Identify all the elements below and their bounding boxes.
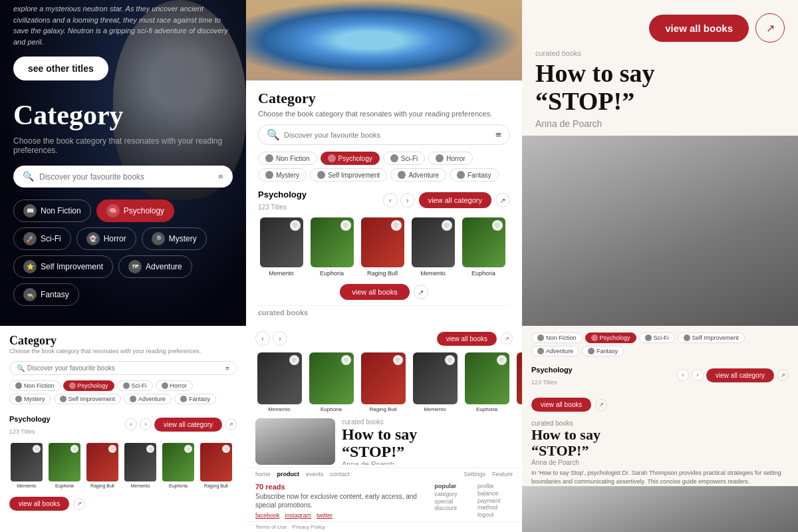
- bl-tag-psychology[interactable]: Psychology: [63, 380, 114, 391]
- br-next-arrow[interactable]: ›: [692, 369, 704, 381]
- br-view-all-external[interactable]: ↗: [595, 399, 607, 411]
- favorite-button[interactable]: ♡: [108, 445, 116, 453]
- tr-view-all-button[interactable]: view all books: [649, 15, 749, 42]
- genre-tag-mystery[interactable]: 🔎 Mystery: [142, 227, 207, 250]
- book-title: Euphoria: [583, 394, 602, 395]
- tc-tag-psychology[interactable]: Psychology: [321, 152, 380, 165]
- genre-tag-fantasy[interactable]: 🧙 Fantasy: [13, 283, 79, 306]
- br-tag-scifi[interactable]: Sci-Fi: [639, 332, 675, 343]
- tc-tag-horror[interactable]: Horror: [428, 152, 472, 165]
- bc-privacy-policy[interactable]: Privacy Policy: [292, 524, 325, 530]
- favorite-button[interactable]: ♡: [391, 220, 402, 231]
- br-external-icon[interactable]: ↗: [777, 369, 789, 381]
- filter-icon[interactable]: ≡: [218, 172, 223, 182]
- bc-prev-arrow[interactable]: ‹: [255, 331, 270, 346]
- tc-next-arrow[interactable]: ›: [400, 193, 415, 207]
- favorite-button[interactable]: ♡: [289, 355, 299, 365]
- eye-overlay: [246, 0, 522, 80]
- genre-tag-selfimprovement[interactable]: ⭐ Self Improvement: [13, 255, 113, 278]
- favorite-button[interactable]: ♡: [393, 355, 403, 365]
- bl-tag-horror[interactable]: Horror: [156, 380, 194, 391]
- bc-terms-of-use[interactable]: Terms of Use: [255, 524, 287, 530]
- bc-link-logout[interactable]: logout: [477, 511, 513, 518]
- bl-search-bar[interactable]: 🔍 ≡: [9, 361, 237, 375]
- bc-next-arrow[interactable]: ›: [273, 331, 287, 346]
- bl-view-all-external[interactable]: ↗: [73, 498, 85, 510]
- favorite-button[interactable]: ♡: [497, 355, 507, 365]
- bc-link-balance[interactable]: balance: [477, 490, 513, 497]
- bc-link-special[interactable]: special discount: [434, 498, 468, 511]
- bc-facebook-link[interactable]: facebook: [255, 512, 280, 519]
- favorite-button[interactable]: ♡: [492, 220, 503, 231]
- bc-nav-contact[interactable]: contact: [331, 471, 350, 477]
- favorite-button[interactable]: ♡: [70, 445, 78, 453]
- bl-view-category-button[interactable]: view all category: [154, 418, 222, 432]
- tc-view-all-external[interactable]: ↗: [414, 285, 428, 299]
- br-prev-arrow[interactable]: ‹: [677, 369, 689, 381]
- tc-search-bar[interactable]: 🔍 ≡: [258, 124, 510, 145]
- br-tag-adventure[interactable]: Adventure: [531, 346, 579, 356]
- bl-filter-icon[interactable]: ≡: [225, 364, 229, 372]
- br-view-category-button[interactable]: view all category: [706, 368, 774, 382]
- bl-tag-mystery[interactable]: Mystery: [9, 394, 51, 404]
- favorite-button[interactable]: ♡: [146, 445, 154, 453]
- bl-tag-scifi[interactable]: Sci-Fi: [117, 380, 153, 391]
- br-view-all-button[interactable]: view all books: [531, 398, 591, 412]
- tc-filter-icon[interactable]: ≡: [495, 129, 501, 141]
- bl-external-icon[interactable]: ↗: [225, 418, 237, 430]
- tc-view-all-button[interactable]: view all books: [340, 284, 409, 300]
- favorite-button[interactable]: ♡: [340, 220, 351, 231]
- tc-tag-fantasy[interactable]: Fantasy: [450, 168, 499, 182]
- bc-nav-product[interactable]: product: [277, 471, 300, 477]
- genre-tag-horror[interactable]: 👻 Horror: [76, 227, 136, 250]
- bc-link-category[interactable]: category: [434, 491, 468, 497]
- bl-view-all-button[interactable]: view all books: [9, 497, 69, 511]
- favorite-button[interactable]: ♡: [341, 355, 351, 365]
- favorite-button[interactable]: ♡: [290, 220, 301, 231]
- genre-tag-adventure[interactable]: 🗺 Adventure: [118, 255, 192, 278]
- favorite-button[interactable]: ♡: [445, 355, 455, 365]
- br-tag-psychology[interactable]: Psychology: [585, 332, 636, 343]
- tc-search-input[interactable]: [284, 131, 491, 139]
- favorite-button[interactable]: ♡: [184, 445, 192, 453]
- bl-tag-adventure[interactable]: Adventure: [124, 394, 172, 404]
- bl-next-arrow[interactable]: ›: [140, 418, 152, 430]
- br-tag-nonfiction[interactable]: Non Fiction: [531, 332, 583, 343]
- bc-view-all-button[interactable]: view all books: [437, 332, 497, 346]
- bc-link-payment[interactable]: payment method: [477, 497, 513, 511]
- search-bar[interactable]: 🔍 ≡: [13, 166, 233, 188]
- tr-external-icon[interactable]: ↗: [755, 13, 785, 43]
- br-tag-fantasy[interactable]: Fantasy: [582, 346, 624, 356]
- book-cover: ♡: [413, 352, 458, 404]
- book-cover: ♡: [200, 443, 232, 481]
- genre-tag-nonfiction[interactable]: 📖 Non Fiction: [13, 200, 91, 222]
- tc-tag-adventure[interactable]: Adventure: [390, 168, 446, 182]
- favorite-button[interactable]: ♡: [222, 445, 230, 453]
- br-tag-selfimprovement[interactable]: Self Improvement: [678, 332, 745, 343]
- genre-tag-scifi[interactable]: 🚀 Sci-Fi: [13, 227, 71, 250]
- bc-view-all-external[interactable]: ↗: [501, 332, 513, 344]
- tc-external-icon[interactable]: ↗: [495, 193, 510, 207]
- bc-instagram-link[interactable]: instagram: [285, 512, 312, 519]
- see-other-button[interactable]: see other titles: [13, 57, 108, 80]
- search-input[interactable]: [39, 172, 213, 182]
- tc-tag-selfimprovement[interactable]: Self Improvement: [310, 168, 387, 182]
- bl-tag-fantasy[interactable]: Fantasy: [174, 394, 216, 404]
- tc-tag-mystery[interactable]: Mystery: [258, 168, 307, 182]
- bl-search-input[interactable]: [27, 364, 223, 372]
- genre-tag-psychology[interactable]: 🧠 Psychology: [96, 200, 174, 222]
- bl-prev-arrow[interactable]: ‹: [125, 418, 137, 430]
- tc-tag-scifi[interactable]: Sci-Fi: [383, 152, 426, 165]
- favorite-button[interactable]: ♡: [33, 445, 41, 453]
- tc-tag-nonfiction[interactable]: Non Fiction: [258, 152, 317, 165]
- tc-view-category-button[interactable]: view all category: [419, 192, 491, 208]
- bl-tag-nonfiction[interactable]: Non Fiction: [9, 380, 61, 391]
- bc-link-profile[interactable]: profile: [477, 483, 513, 489]
- bc-twitter-link[interactable]: twitter: [317, 512, 332, 519]
- tc-nav-arrows: ‹ ›: [383, 193, 415, 207]
- bc-nav-home[interactable]: home: [255, 471, 271, 477]
- bc-nav-events[interactable]: events: [306, 471, 324, 477]
- bl-tag-selfimprovement[interactable]: Self Improvement: [54, 394, 122, 404]
- favorite-button[interactable]: ♡: [442, 220, 452, 231]
- tc-prev-arrow[interactable]: ‹: [383, 193, 398, 207]
